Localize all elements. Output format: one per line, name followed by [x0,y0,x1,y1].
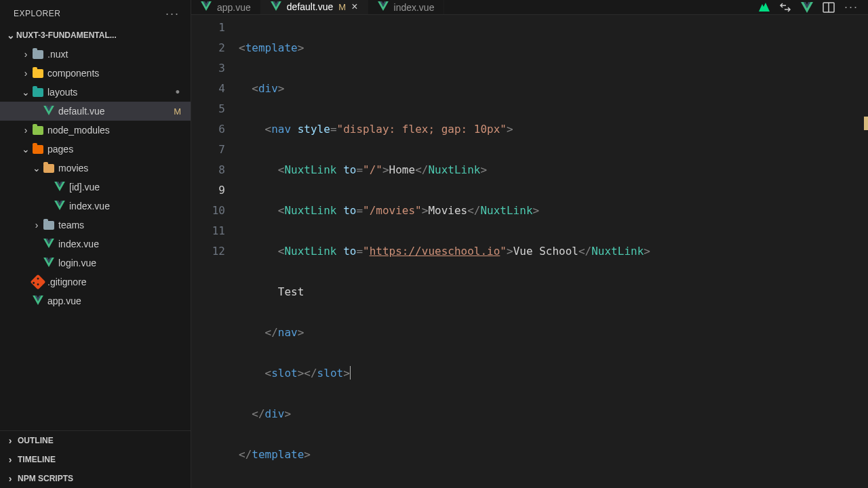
chevron-down-icon: ⌄ [31,163,42,174]
tree-item[interactable]: [id].vue [0,178,191,197]
tree-item[interactable]: ⌄movies [0,159,191,178]
line-number[interactable]: 2 [191,38,225,58]
tree-item[interactable]: default.vueM [0,102,191,121]
tree-item-label: index.vue [58,239,99,249]
tab-label: index.vue [394,2,435,13]
file-tree: ›.nuxt›components⌄layouts•default.vueM›n… [0,43,191,430]
vue-file-icon [33,296,43,307]
split-editor-icon[interactable] [823,2,835,13]
line-number[interactable]: 10 [191,201,225,221]
explorer-header: EXPLORER ··· [0,0,191,27]
line-number[interactable]: 3 [191,58,225,79]
line-number[interactable]: 6 [191,119,225,140]
tree-item[interactable]: ›node_modules [0,121,191,140]
vue-file-icon [43,106,54,117]
line-number[interactable]: 1 [191,18,225,38]
vue-brand-icon[interactable] [801,2,813,13]
tree-item-label: app.vue [47,296,81,306]
explorer-title: EXPLORER [14,9,60,18]
vue-file-icon [43,239,54,250]
section-label: TIMELINE [18,455,56,464]
vue-file-icon [271,1,281,13]
folder-icon [33,126,43,135]
folder-icon [33,50,43,59]
chevron-right-icon: › [7,473,14,484]
sidebar-section[interactable]: ›OUTLINE [0,431,191,450]
code-content[interactable]: <template> <div> <nav style="display: fl… [239,15,868,488]
editor-tab[interactable]: app.vue [191,0,261,14]
section-label: NPM SCRIPTS [18,474,73,483]
tree-item-label: pages [47,144,73,155]
vue-file-icon [43,258,54,269]
tab-label: default.vue [287,1,334,12]
code-editor[interactable]: 123456789101112 <template> <div> <nav st… [191,15,868,488]
section-label: OUTLINE [18,436,54,445]
vue-file-icon [54,201,65,212]
tree-item[interactable]: login.vue [0,253,191,272]
tree-item[interactable]: index.vue [0,235,191,253]
tree-item[interactable]: .gitignore [0,272,191,291]
tree-item-label: .nuxt [47,49,68,60]
compare-icon[interactable] [779,1,791,14]
tab-bar: app.vuedefault.vueM×index.vue ··· [191,0,868,15]
tree-item-label: layouts [47,87,77,98]
sidebar-sections: ›OUTLINE›TIMELINE›NPM SCRIPTS [0,430,191,488]
line-number[interactable]: 11 [191,221,225,241]
line-number[interactable]: 7 [191,140,225,160]
project-name: NUXT-3-FUNDAMENTAL... [16,30,117,40]
editor-tab[interactable]: index.vue [368,0,445,14]
tab-label: app.vue [217,2,251,13]
overview-ruler[interactable] [859,15,868,488]
text-cursor [350,366,351,380]
line-number[interactable]: 5 [191,99,225,119]
chevron-right-icon: › [20,49,31,60]
tree-item[interactable]: ›teams [0,216,191,235]
line-number[interactable]: 4 [191,79,225,99]
git-modified-badge: M [338,2,346,12]
chevron-right-icon: › [31,220,42,230]
nuxt-icon[interactable] [756,3,770,12]
tree-item-label: index.vue [69,201,110,211]
sidebar-section[interactable]: ›TIMELINE [0,450,191,469]
sidebar-section[interactable]: ›NPM SCRIPTS [0,469,191,488]
tree-item-label: default.vue [58,106,105,117]
line-number[interactable]: 8 [191,160,225,180]
vue-file-icon [54,182,65,193]
tab-actions: ··· [756,0,868,14]
git-modified-badge: M [174,106,181,117]
explorer-sidebar: EXPLORER ··· ⌄ NUXT-3-FUNDAMENTAL... ›.n… [0,0,191,488]
git-icon [31,274,46,290]
tree-item-label: .gitignore [47,277,87,287]
editor-tab[interactable]: default.vueM× [261,0,368,14]
tree-item[interactable]: ⌄layouts• [0,83,191,102]
line-number[interactable]: 9 [191,180,225,201]
folder-icon [43,164,54,173]
tree-item[interactable]: ⌄pages [0,140,191,159]
folder-icon [33,145,43,154]
line-gutter: 123456789101112 [191,15,239,488]
vue-file-icon [378,1,389,13]
tree-item-label: movies [58,163,88,174]
vue-file-icon [201,1,212,13]
folder-icon [33,69,43,78]
explorer-more-icon[interactable]: ··· [165,7,180,21]
chevron-down-icon: ⌄ [20,144,31,155]
chevron-right-icon: › [20,125,31,136]
chevron-right-icon: › [7,454,14,465]
chevron-right-icon: › [20,68,31,79]
line-number[interactable]: 12 [191,241,225,262]
project-header[interactable]: ⌄ NUXT-3-FUNDAMENTAL... [0,27,191,43]
close-icon[interactable]: × [351,1,357,12]
tree-item[interactable]: app.vue [0,291,191,310]
tree-item-label: components [47,68,99,79]
tree-item-label: teams [58,220,84,230]
tree-item[interactable]: ›.nuxt [0,45,191,64]
chevron-down-icon: ⌄ [7,30,14,41]
tree-item[interactable]: index.vue [0,197,191,216]
folder-icon [33,88,43,97]
tree-item-label: node_modules [47,125,110,136]
editor-more-icon[interactable]: ··· [844,0,859,14]
tree-item[interactable]: ›components [0,64,191,83]
tree-item-label: login.vue [58,258,96,268]
chevron-down-icon: ⌄ [20,87,31,98]
